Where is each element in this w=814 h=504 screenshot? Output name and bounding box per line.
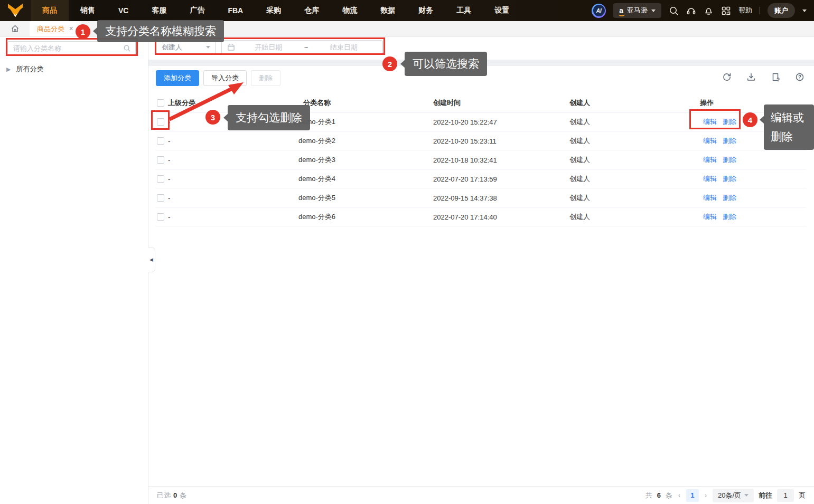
nav-item[interactable]: 数据 xyxy=(369,0,407,21)
table-row: - demo-分类6 2022-07-20 17:14:40 创建人 编辑 删除 xyxy=(156,207,807,226)
parent-category-cell: - xyxy=(168,118,170,126)
delete-link[interactable]: 删除 xyxy=(723,136,736,146)
refresh-icon[interactable] xyxy=(722,72,732,82)
tab-product-category[interactable]: 商品分类 ✕ xyxy=(30,21,81,36)
table-tool-icons xyxy=(722,72,804,82)
row-checkbox[interactable] xyxy=(157,213,164,221)
parent-category-cell: - xyxy=(168,175,170,183)
sidebar-collapse-handle[interactable]: ◀ xyxy=(148,247,155,272)
edit-link[interactable]: 编辑 xyxy=(703,212,717,222)
notifications-bell-icon[interactable] xyxy=(704,6,714,16)
page-size-select[interactable]: 20条/页 xyxy=(713,489,754,502)
nav-item[interactable]: 物流 xyxy=(331,0,369,21)
category-name-cell: demo-分类3 xyxy=(222,155,412,165)
goto-page-input[interactable] xyxy=(777,489,794,502)
created-time-cell: 2022-10-18 10:32:41 xyxy=(433,156,497,164)
category-search-box[interactable] xyxy=(7,41,136,55)
nav-item[interactable]: 客服 xyxy=(140,0,178,21)
category-name-cell: demo-分类6 xyxy=(222,212,412,222)
row-checkbox[interactable] xyxy=(157,194,164,202)
nav-item[interactable]: 广告 xyxy=(178,0,216,21)
created-time-cell: 2022-10-20 15:23:11 xyxy=(433,137,497,145)
delete-link[interactable]: 删除 xyxy=(723,155,736,165)
page-1-button[interactable]: 1 xyxy=(686,489,699,502)
edit-link[interactable]: 编辑 xyxy=(703,155,717,165)
row-checkbox[interactable] xyxy=(157,118,164,126)
fox-logo-icon xyxy=(6,3,24,18)
next-page-button[interactable]: › xyxy=(704,492,708,499)
edit-link[interactable]: 编辑 xyxy=(703,174,717,184)
prev-page-button[interactable]: ‹ xyxy=(677,492,681,499)
headset-support-icon[interactable] xyxy=(686,6,696,16)
selected-count: 0 xyxy=(173,491,177,499)
navbar-menu: 商品销售VC客服广告FBA采购仓库物流数据财务工具设置 xyxy=(31,0,521,21)
category-name-cell: demo-分类5 xyxy=(222,193,412,203)
search-icon[interactable] xyxy=(669,6,679,16)
delete-link[interactable]: 删除 xyxy=(723,117,736,127)
delete-link[interactable]: 删除 xyxy=(723,174,736,184)
creator-filter-select[interactable]: 创建人 xyxy=(156,40,216,54)
creator-cell: 创建人 xyxy=(569,193,590,203)
nav-item[interactable]: 设置 xyxy=(483,0,521,21)
start-date-placeholder[interactable]: 开始日期 xyxy=(235,43,302,52)
chevron-right-icon[interactable]: ▶ xyxy=(6,66,11,73)
selected-info: 已选 0 条 xyxy=(157,491,186,500)
account-chevron-down-icon[interactable] xyxy=(802,9,807,12)
account-button[interactable]: 账户 xyxy=(768,3,795,18)
main-layout: ▶ 所有分类 ◀ 创建人 开始日期 ~ 结束日期 xyxy=(0,37,814,504)
home-tab-button[interactable] xyxy=(0,21,30,36)
nav-item[interactable]: 财务 xyxy=(407,0,445,21)
search-icon[interactable] xyxy=(123,44,131,52)
row-checkbox[interactable] xyxy=(157,137,164,145)
apps-grid-icon[interactable] xyxy=(721,6,731,16)
calendar-icon xyxy=(227,43,235,51)
marketplace-switcher[interactable]: a 亚马逊 xyxy=(613,3,661,18)
nav-item[interactable]: 销售 xyxy=(69,0,107,21)
brand-logo[interactable] xyxy=(0,0,31,21)
import-category-button[interactable]: 导入分类 xyxy=(203,70,247,86)
row-checkbox[interactable] xyxy=(157,175,164,183)
creator-cell: 创建人 xyxy=(569,212,590,222)
ai-assistant-button[interactable]: AI xyxy=(592,4,606,18)
nav-item[interactable]: 工具 xyxy=(445,0,483,21)
nav-item[interactable]: 商品 xyxy=(31,0,69,21)
custom-column-icon[interactable] xyxy=(771,72,780,82)
category-search-input[interactable] xyxy=(13,44,123,52)
chevron-down-icon xyxy=(744,494,748,497)
nav-item[interactable]: 仓库 xyxy=(293,0,331,21)
parent-category-cell: - xyxy=(168,213,170,221)
parent-category-cell: - xyxy=(168,156,170,164)
nav-item[interactable]: FBA xyxy=(216,0,255,21)
category-table: 上级分类 分类名称 创建时间 创建人 操作 - demo-分类1 2022-10… xyxy=(156,93,807,226)
action-buttons: 添加分类 导入分类 删除 xyxy=(156,70,280,86)
tilde-separator: ~ xyxy=(302,43,311,51)
end-date-placeholder[interactable]: 结束日期 xyxy=(310,43,377,52)
creator-cell: 创建人 xyxy=(569,136,590,146)
close-icon[interactable]: ✕ xyxy=(69,25,73,32)
total-count: 6 xyxy=(657,491,661,499)
edit-link[interactable]: 编辑 xyxy=(703,117,717,127)
table-card: 添加分类 导入分类 删除 xyxy=(148,66,814,504)
select-all-checkbox[interactable] xyxy=(157,99,164,107)
row-checkbox[interactable] xyxy=(157,156,164,164)
chevron-left-icon: ◀ xyxy=(149,257,153,262)
delete-link[interactable]: 删除 xyxy=(723,212,736,222)
nav-item[interactable]: VC xyxy=(107,0,140,21)
help-circle-icon[interactable] xyxy=(795,72,804,82)
edit-link[interactable]: 编辑 xyxy=(703,193,717,203)
delete-link[interactable]: 删除 xyxy=(723,193,736,203)
category-sidebar: ▶ 所有分类 ◀ xyxy=(0,37,148,504)
divider xyxy=(760,7,760,14)
help-link[interactable]: 帮助 xyxy=(738,6,752,15)
tab-bar: 商品分类 ✕ xyxy=(0,21,814,37)
download-icon[interactable] xyxy=(746,72,756,82)
tree-item-all-categories[interactable]: ▶ 所有分类 xyxy=(6,64,43,74)
edit-link[interactable]: 编辑 xyxy=(703,136,717,146)
add-category-button[interactable]: 添加分类 xyxy=(156,70,199,86)
nav-item[interactable]: 采购 xyxy=(255,0,293,21)
date-range-picker[interactable]: 开始日期 ~ 结束日期 xyxy=(221,40,383,54)
app-window: 商品销售VC客服广告FBA采购仓库物流数据财务工具设置 AI a 亚马逊 帮助 xyxy=(0,0,814,504)
pagination: 共 6 条 ‹ 1 › 20条/页 前往 页 xyxy=(645,489,806,502)
delete-button[interactable]: 删除 xyxy=(251,70,280,86)
table-row: - demo-分类2 2022-10-20 15:23:11 创建人 编辑 删除 xyxy=(156,131,807,150)
